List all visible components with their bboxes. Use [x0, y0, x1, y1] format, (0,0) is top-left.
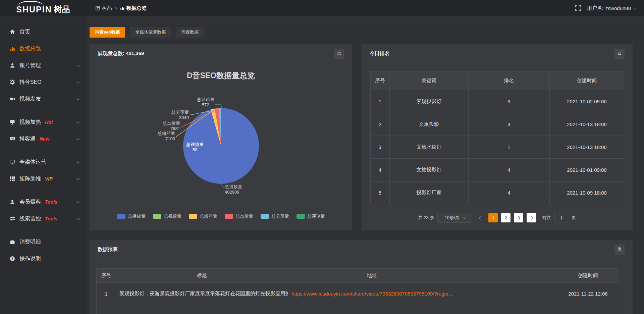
cell-rank: 3 [469, 113, 550, 136]
sidebar-item-account[interactable]: 账号管理 [0, 57, 86, 74]
breadcrumb-current-label: 数据总览 [126, 5, 147, 11]
goto-unit: 页 [572, 215, 576, 221]
page-button-3[interactable]: 3 [514, 213, 523, 222]
pie-chart: D音SEO数据量总览 总评论量572 总分享量3049 总点赞量7681 总粉丝… [90, 63, 352, 230]
logo[interactable]: SHUPIN 树品 [0, 0, 86, 16]
page-size-select[interactable]: 10条/页 [437, 213, 472, 223]
table-row: 4 文旅投影灯 4 2021-10-01 09:00 [371, 159, 624, 181]
cell-index: 2 [371, 113, 390, 136]
legend-item[interactable]: 总分享量 [261, 213, 289, 219]
sidebar-item-matrix-boost[interactable]: 矩阵助推 VIP [0, 170, 86, 187]
sidebar-item-doukeTong[interactable]: 抖客通 New [0, 130, 86, 147]
goto-page-input[interactable] [554, 213, 568, 222]
pagination-total: 共 23 条 [418, 215, 434, 221]
sidebar-item-label: 数据总览 [19, 45, 41, 52]
tab-inquiry-data[interactable]: 询盘数据 [176, 27, 204, 38]
cell-rank: 3 [469, 90, 550, 113]
legend-item[interactable]: 总播放量 [117, 213, 146, 219]
chevron-down-icon [633, 6, 636, 9]
cell-keyword: 文旅投影灯 [390, 159, 469, 181]
next-page-button[interactable] [527, 213, 536, 222]
page-button-1[interactable]: 1 [488, 213, 498, 222]
sidebar-item-help[interactable]: ? 操作说明 [0, 250, 86, 267]
sidebar-item-label: 视频加热 [19, 119, 41, 126]
sliders-icon [9, 216, 15, 222]
sidebar-item-label: 矩阵助推 [19, 175, 41, 182]
sidebar-item-label: 操作说明 [19, 255, 41, 262]
tab-omni-media-data[interactable]: 全媒体运营数据 [130, 27, 171, 38]
tab-douyin-seo-data[interactable]: 抖音seo数据 [90, 27, 125, 38]
sidebar-item-member-burst[interactable]: 会员爆客 Tools [0, 194, 86, 210]
sidebar: 首页 数据总览 账号管理 抖音SEO 视频发布 视频加热 Hot [0, 16, 86, 314]
breadcrumb-root[interactable]: 树品 [96, 5, 112, 11]
col-created: 创建时间 [456, 269, 620, 283]
sidebar-item-label: 抖客通 [19, 136, 36, 143]
chevron-down-icon [76, 217, 80, 220]
pie-label-fans: 总粉丝量7100 [135, 131, 175, 142]
sidebar-item-data-overview[interactable]: 数据总览 [0, 40, 86, 57]
sidebar-item-label: 首页 [19, 29, 30, 36]
sidebar-item-label: 视频发布 [19, 96, 41, 103]
pie-label-comments: 总评论量572 [189, 97, 222, 108]
cell-index: 5 [371, 181, 390, 204]
sidebar-item-video-heat[interactable]: 视频加热 Hot [0, 114, 86, 130]
legend-item[interactable]: 总粉丝量 [189, 213, 217, 219]
table-header-row: 序号 关键词 排名 创建时间 [371, 71, 624, 90]
table-row-partial [97, 305, 620, 314]
total-corner-button[interactable]: 总 [334, 49, 344, 59]
vip-badge: VIP [45, 176, 53, 181]
sidebar-item-video-publish[interactable]: 视频发布 [0, 91, 86, 107]
hot-badge: Hot [45, 119, 53, 125]
table-row: 5 投影灯厂家 4 2021-10-09 18:00 [371, 181, 624, 204]
screen-icon [9, 119, 15, 125]
sidebar-divider [3, 230, 86, 230]
legend-swatch [297, 214, 305, 219]
table-row: 1 景观投影灯 3 2021-10-02 09:00 [371, 90, 624, 113]
legend-item[interactable]: 总点赞量 [225, 213, 253, 219]
chart-title: D音SEO数据量总览 [90, 70, 352, 81]
cell-url-link[interactable]: https://www.iesdouyin.com/share/video/70… [288, 283, 456, 305]
legend-item[interactable]: 总评论量 [297, 213, 325, 219]
cell-index: 1 [371, 90, 390, 113]
new-badge: New [40, 136, 49, 142]
page-button-2[interactable]: 2 [501, 213, 511, 222]
day-corner-button[interactable]: 日 [614, 49, 625, 59]
breadcrumb: 树品 > 数据总览 [96, 5, 147, 11]
chevron-down-icon [76, 200, 80, 203]
monitor-icon [9, 159, 15, 165]
report-panel: 数据报表 表 序号 标题 地址 创建时间 1 景观投影灯，夜游景观投影灯 [90, 240, 633, 314]
fullscreen-icon[interactable] [575, 5, 581, 11]
sidebar-item-omni-media[interactable]: 全媒体运营 [0, 154, 86, 170]
table-corner-button[interactable]: 表 [614, 245, 625, 255]
chevron-right-icon [530, 216, 533, 219]
sidebar-item-consumption[interactable]: 消费明细 [0, 233, 86, 250]
cell-created: 2021-11-22 12:08 [456, 283, 620, 305]
legend-item[interactable]: 总视频量 [153, 213, 181, 219]
chevron-down-icon [76, 80, 80, 84]
impressions-total: 展现量总数: 421,369 [98, 50, 144, 57]
sidebar-item-home[interactable]: 首页 [0, 23, 86, 40]
user-menu[interactable]: 用户名: zswodun88 [587, 5, 635, 11]
col-index: 序号 [97, 269, 116, 283]
breadcrumb-current[interactable]: 数据总览 [120, 5, 147, 11]
sidebar-item-douyin-seo[interactable]: 抖音SEO [0, 74, 86, 91]
sidebar-item-label: 会员爆客 [19, 199, 41, 206]
breadcrumb-root-label: 树品 [102, 5, 112, 11]
report-panel-header: 数据报表 表 [90, 240, 633, 259]
ranking-title: 今日排名 [370, 50, 390, 57]
table-row: 3 文旅水纹灯 1 2021-10-13 18:00 [371, 136, 624, 159]
col-title: 标题 [116, 269, 288, 283]
cell-rank: 4 [469, 159, 550, 181]
chevron-left-icon [479, 216, 482, 219]
legend-swatch [261, 214, 269, 219]
sidebar-item-lead-monitor[interactable]: 线索监控 Tools [0, 210, 86, 227]
sidebar-item-label: 全媒体运营 [19, 159, 46, 166]
app-grid-icon [96, 6, 100, 10]
home-icon [9, 29, 15, 35]
cell-keyword: 投影灯厂家 [390, 181, 469, 204]
table-row: 1 景观投影灯，夜游景观投影灯厂家展示展示落花灯在花园里的灯光投影应用效果 # … [97, 283, 620, 305]
sidebar-item-label: 账号管理 [19, 62, 41, 69]
chevron-down-icon [76, 97, 80, 100]
prev-page-button[interactable] [476, 213, 485, 222]
wallet-icon [9, 239, 15, 245]
